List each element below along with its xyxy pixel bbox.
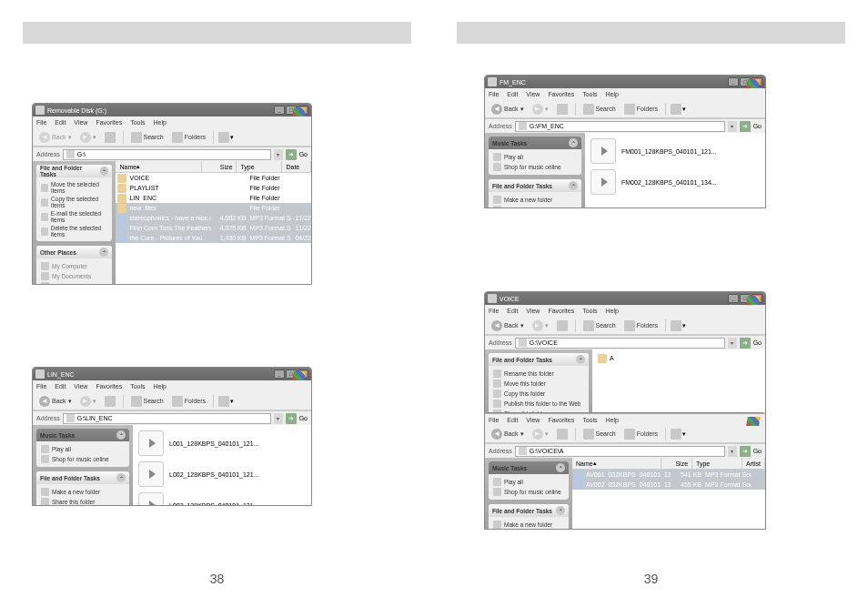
go-button[interactable]: ➜ [740,338,751,349]
panel-header-file-folder-tasks[interactable]: File and Folder Tasks⌃ [489,353,589,366]
menu-help[interactable]: Help [606,308,619,314]
views-button[interactable]: ▾ [218,132,234,143]
menu-tools[interactable]: Tools [130,383,145,390]
menu-view[interactable]: View [74,383,87,390]
task-make-folder[interactable]: Make a new folder [493,520,564,530]
search-button[interactable]: Search [128,131,167,144]
audio-file-item[interactable]: FM002_128KBPS_040101_134... [590,169,760,195]
menu-file[interactable]: File [489,308,499,314]
address-input[interactable]: G:\FM_ENC [515,121,725,132]
forward-button[interactable]: ►▾ [77,395,99,408]
task-make-folder[interactable]: Make a new folder [41,487,125,497]
task-shop-online[interactable]: Shop for music online [41,454,125,464]
up-button[interactable] [554,319,570,332]
menu-favorites[interactable]: Favorites [548,308,574,314]
titlebar[interactable]: FM_ENC _ □ ✕ [485,76,765,88]
forward-button[interactable]: ►▾ [77,131,99,144]
address-dropdown[interactable]: ▾ [728,338,737,349]
menu-help[interactable]: Help [606,417,619,423]
file-row[interactable]: stereophonics - have a nice day4,002 KBM… [116,213,311,223]
go-button[interactable]: ➜ [740,446,751,457]
menu-view[interactable]: View [74,119,87,126]
search-button[interactable]: Search [128,395,167,408]
file-row[interactable]: new_filesFile Folder [116,203,311,213]
minimize-button[interactable]: _ [728,294,739,303]
task-email[interactable]: E-mail the selected items [41,209,107,224]
file-row[interactable]: VOICEFile Folder [116,173,311,183]
minimize-button[interactable]: _ [274,369,285,379]
task-copy[interactable]: Copy the selected items [41,195,107,209]
menu-edit[interactable]: Edit [507,308,518,314]
audio-file-item[interactable]: L002_128KBPS_040101_121... [138,461,306,487]
audio-file-item[interactable]: FM001_128KBPS_040101_121... [590,138,760,164]
task-share-folder[interactable]: Share this folder [41,497,125,506]
forward-button[interactable]: ►▾ [530,428,551,440]
go-button[interactable]: ➜ [286,149,297,160]
titlebar[interactable]: VOICE _ □ ✕ [485,292,765,305]
task-play-all[interactable]: Play all [493,477,564,487]
views-button[interactable]: ▾ [671,429,686,440]
menu-help[interactable]: Help [606,91,619,97]
task-play-all[interactable]: Play all [493,152,577,162]
folder-item[interactable]: A [596,353,762,363]
up-button[interactable] [102,131,118,144]
menu-favorites[interactable]: Favorites [96,383,122,390]
task-move[interactable]: Move the selected items [41,180,107,195]
back-button[interactable]: ◄Back▾ [489,428,527,440]
search-button[interactable]: Search [580,319,619,332]
titlebar[interactable]: LIN_ENC _ □ ✕ [33,368,311,380]
folders-button[interactable]: Folders [621,428,661,440]
column-headers[interactable]: Name ▴ Size Type Artist [572,458,765,470]
up-button[interactable] [554,103,570,116]
task-copy[interactable]: Copy this folder [493,389,584,399]
panel-header-file-folder-tasks[interactable]: File and Folder Tasks⌃ [489,179,581,192]
address-input[interactable]: G:\VOICE\A [515,446,725,457]
panel-header-file-folder-tasks[interactable]: File and Folder Tasks⌃ [36,165,112,177]
search-button[interactable]: Search [580,103,619,116]
back-button[interactable]: ◄Back▾ [489,103,527,116]
panel-header-music-tasks[interactable]: Music Tasks⌃ [489,137,581,149]
menu-view[interactable]: View [526,91,540,97]
menu-help[interactable]: Help [154,119,167,126]
menu-file[interactable]: File [36,119,46,126]
views-button[interactable]: ▾ [671,104,686,115]
task-move[interactable]: Move this folder [493,379,584,389]
address-dropdown[interactable]: ▾ [274,413,283,424]
task-play-all[interactable]: Play all [41,444,125,454]
views-button[interactable]: ▾ [671,320,686,331]
place-my-documents[interactable]: My Documents [41,271,107,281]
column-headers[interactable]: Name ▴ Size Type Date [116,161,311,173]
file-row[interactable]: PLAYLISTFile Folder [116,183,311,193]
address-dropdown[interactable]: ▾ [274,149,283,160]
menu-help[interactable]: Help [154,383,167,390]
menu-file[interactable]: File [36,383,46,390]
views-button[interactable]: ▾ [218,396,234,407]
minimize-button[interactable]: _ [274,106,285,115]
task-rename[interactable]: Rename this folder [493,369,584,379]
folders-button[interactable]: Folders [169,395,208,408]
titlebar[interactable]: Removable Disk (G:) _ □ ✕ [33,104,311,116]
menu-tools[interactable]: Tools [582,417,597,423]
task-delete[interactable]: Delete the selected items [41,224,107,238]
menu-tools[interactable]: Tools [582,308,597,314]
menu-file[interactable]: File [489,417,499,423]
folders-button[interactable]: Folders [621,319,661,332]
place-my-computer[interactable]: My Computer [41,261,107,271]
menu-favorites[interactable]: Favorites [548,417,574,423]
up-button[interactable] [102,395,118,408]
address-dropdown[interactable]: ▾ [728,121,737,132]
file-row[interactable]: Finn Corn Toss The Feathers4,075 KBMP3 F… [116,223,311,233]
audio-file-item[interactable]: L003_128KBPS_040101_121... [138,492,306,506]
file-row[interactable]: the Cure - Pictures of You1,430 KBMP3 Fo… [116,233,311,243]
file-row[interactable]: AV001_032KBPS_040101_13...541 KBMP3 Form… [572,470,765,480]
address-input[interactable]: G:\ [63,149,271,160]
menu-tools[interactable]: Tools [582,91,597,97]
forward-button[interactable]: ►▾ [530,319,551,332]
panel-header-music-tasks[interactable]: Music Tasks⌃ [36,429,129,441]
menu-favorites[interactable]: Favorites [548,91,574,97]
menu-edit[interactable]: Edit [507,91,518,97]
task-shop-online[interactable]: Shop for music online [493,487,564,497]
file-row[interactable]: LIN_ENCFile Folder [116,193,311,203]
menu-file[interactable]: File [489,91,499,97]
address-input[interactable]: G:\LIN_ENC [63,413,271,424]
